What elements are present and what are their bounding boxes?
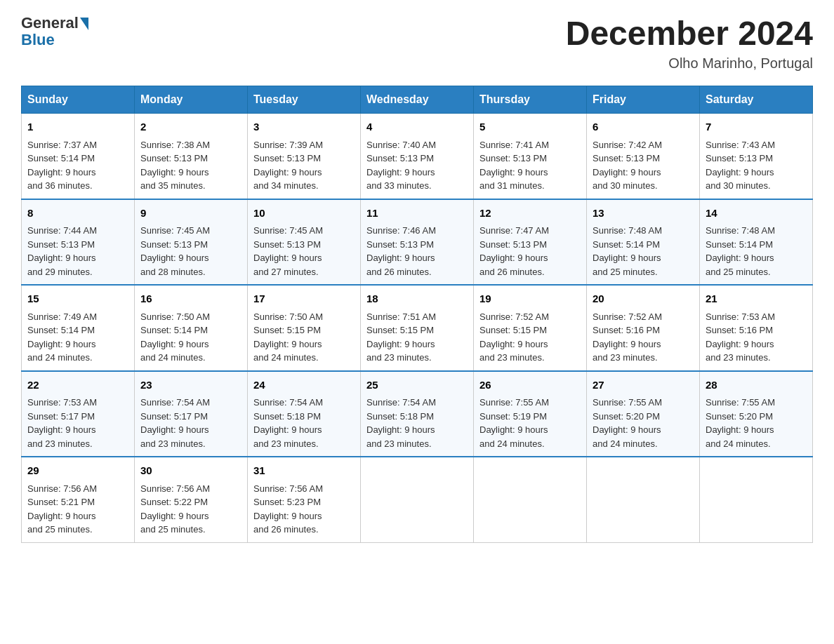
day-number: 15 xyxy=(27,291,128,307)
daylight-minutes: and 27 minutes. xyxy=(253,267,319,277)
daylight-info: Daylight: 9 hours xyxy=(366,424,435,435)
sunrise-info: Sunrise: 7:38 AM xyxy=(140,140,210,150)
sunrise-info: Sunrise: 7:45 AM xyxy=(253,225,323,236)
day-number: 4 xyxy=(366,119,468,135)
day-number: 29 xyxy=(27,463,128,479)
sunset-info: Sunset: 5:13 PM xyxy=(593,153,660,163)
table-row: 30 Sunrise: 7:56 AM Sunset: 5:22 PM Dayl… xyxy=(135,457,248,542)
sunrise-info: Sunrise: 7:55 AM xyxy=(479,397,549,408)
table-row: 22 Sunrise: 7:53 AM Sunset: 5:17 PM Dayl… xyxy=(22,371,135,457)
daylight-minutes: and 36 minutes. xyxy=(27,180,93,191)
daylight-minutes: and 31 minutes. xyxy=(479,180,545,191)
sunset-info: Sunset: 5:15 PM xyxy=(253,325,321,335)
daylight-info: Daylight: 9 hours xyxy=(253,339,322,349)
day-number: 25 xyxy=(366,377,468,394)
table-row: 31 Sunrise: 7:56 AM Sunset: 5:23 PM Dayl… xyxy=(248,457,361,542)
daylight-info: Daylight: 9 hours xyxy=(253,511,322,521)
sunset-info: Sunset: 5:14 PM xyxy=(706,239,773,250)
day-number: 19 xyxy=(479,291,581,307)
table-row: 25 Sunrise: 7:54 AM Sunset: 5:18 PM Dayl… xyxy=(361,371,474,457)
sunrise-info: Sunrise: 7:54 AM xyxy=(366,397,436,408)
day-number: 9 xyxy=(140,206,241,222)
sunrise-info: Sunrise: 7:56 AM xyxy=(27,483,97,494)
day-number: 1 xyxy=(27,119,128,135)
table-row: 23 Sunrise: 7:54 AM Sunset: 5:17 PM Dayl… xyxy=(135,371,248,457)
daylight-minutes: and 23 minutes. xyxy=(366,438,432,449)
day-number: 20 xyxy=(593,291,694,307)
table-row: 7 Sunrise: 7:43 AM Sunset: 5:13 PM Dayli… xyxy=(700,114,813,199)
col-monday: Monday xyxy=(135,86,248,114)
daylight-minutes: and 23 minutes. xyxy=(27,438,93,449)
table-row: 10 Sunrise: 7:45 AM Sunset: 5:13 PM Dayl… xyxy=(248,199,361,286)
daylight-minutes: and 34 minutes. xyxy=(253,180,319,191)
daylight-minutes: and 24 minutes. xyxy=(479,438,545,449)
day-number: 21 xyxy=(706,291,807,307)
sunrise-info: Sunrise: 7:47 AM xyxy=(479,225,549,236)
table-row: 6 Sunrise: 7:42 AM Sunset: 5:13 PM Dayli… xyxy=(587,114,700,199)
table-row: 8 Sunrise: 7:44 AM Sunset: 5:13 PM Dayli… xyxy=(22,199,135,286)
daylight-info: Daylight: 9 hours xyxy=(706,339,774,349)
daylight-minutes: and 26 minutes. xyxy=(366,267,432,277)
daylight-info: Daylight: 9 hours xyxy=(140,424,209,435)
sunset-info: Sunset: 5:13 PM xyxy=(479,153,547,163)
table-row: 21 Sunrise: 7:53 AM Sunset: 5:16 PM Dayl… xyxy=(700,285,813,371)
table-row: 11 Sunrise: 7:46 AM Sunset: 5:13 PM Dayl… xyxy=(361,199,474,286)
daylight-minutes: and 23 minutes. xyxy=(366,352,432,363)
sunrise-info: Sunrise: 7:55 AM xyxy=(593,397,662,408)
sunrise-info: Sunrise: 7:56 AM xyxy=(140,483,210,494)
table-row xyxy=(700,457,813,542)
table-row: 1 Sunrise: 7:37 AM Sunset: 5:14 PM Dayli… xyxy=(22,114,135,199)
daylight-info: Daylight: 9 hours xyxy=(140,339,209,349)
daylight-info: Daylight: 9 hours xyxy=(479,167,548,177)
sunrise-info: Sunrise: 7:43 AM xyxy=(706,140,775,150)
sunrise-info: Sunrise: 7:50 AM xyxy=(253,311,323,322)
day-number: 3 xyxy=(253,119,355,135)
table-row: 20 Sunrise: 7:52 AM Sunset: 5:16 PM Dayl… xyxy=(587,285,700,371)
table-row: 16 Sunrise: 7:50 AM Sunset: 5:14 PM Dayl… xyxy=(135,285,248,371)
col-saturday: Saturday xyxy=(700,86,813,114)
daylight-info: Daylight: 9 hours xyxy=(706,167,774,177)
table-row: 26 Sunrise: 7:55 AM Sunset: 5:19 PM Dayl… xyxy=(474,371,587,457)
sunset-info: Sunset: 5:19 PM xyxy=(479,411,547,422)
col-tuesday: Tuesday xyxy=(248,86,361,114)
calendar-header-row: Sunday Monday Tuesday Wednesday Thursday… xyxy=(22,86,813,114)
daylight-info: Daylight: 9 hours xyxy=(479,253,548,263)
logo-blue-text: Blue xyxy=(21,31,55,49)
daylight-info: Daylight: 9 hours xyxy=(140,167,209,177)
table-row: 15 Sunrise: 7:49 AM Sunset: 5:14 PM Dayl… xyxy=(22,285,135,371)
sunrise-info: Sunrise: 7:44 AM xyxy=(27,225,97,236)
daylight-minutes: and 25 minutes. xyxy=(706,267,771,277)
day-number: 11 xyxy=(366,206,468,222)
daylight-info: Daylight: 9 hours xyxy=(593,339,661,349)
sunset-info: Sunset: 5:16 PM xyxy=(593,325,660,335)
sunset-info: Sunset: 5:13 PM xyxy=(366,239,434,250)
location-text: Olho Marinho, Portugal xyxy=(566,55,813,72)
sunrise-info: Sunrise: 7:50 AM xyxy=(140,311,210,322)
day-number: 27 xyxy=(593,377,694,394)
sunset-info: Sunset: 5:13 PM xyxy=(140,153,208,163)
sunset-info: Sunset: 5:21 PM xyxy=(27,497,95,507)
daylight-minutes: and 33 minutes. xyxy=(366,180,432,191)
table-row: 27 Sunrise: 7:55 AM Sunset: 5:20 PM Dayl… xyxy=(587,371,700,457)
daylight-minutes: and 30 minutes. xyxy=(706,180,771,191)
daylight-info: Daylight: 9 hours xyxy=(140,511,209,521)
sunset-info: Sunset: 5:17 PM xyxy=(140,411,208,422)
table-row: 29 Sunrise: 7:56 AM Sunset: 5:21 PM Dayl… xyxy=(22,457,135,542)
daylight-info: Daylight: 9 hours xyxy=(27,511,96,521)
table-row xyxy=(587,457,700,542)
sunset-info: Sunset: 5:17 PM xyxy=(27,411,95,422)
sunset-info: Sunset: 5:13 PM xyxy=(366,153,434,163)
daylight-minutes: and 23 minutes. xyxy=(706,352,771,363)
sunrise-info: Sunrise: 7:54 AM xyxy=(253,397,323,408)
col-friday: Friday xyxy=(587,86,700,114)
sunset-info: Sunset: 5:18 PM xyxy=(366,411,434,422)
sunrise-info: Sunrise: 7:53 AM xyxy=(706,311,775,322)
daylight-minutes: and 25 minutes. xyxy=(593,267,658,277)
day-number: 2 xyxy=(140,119,241,135)
daylight-info: Daylight: 9 hours xyxy=(27,339,96,349)
month-title: December 2024 xyxy=(566,14,813,53)
day-number: 17 xyxy=(253,291,355,307)
day-number: 12 xyxy=(479,206,581,222)
col-sunday: Sunday xyxy=(22,86,135,114)
daylight-minutes: and 23 minutes. xyxy=(479,352,545,363)
